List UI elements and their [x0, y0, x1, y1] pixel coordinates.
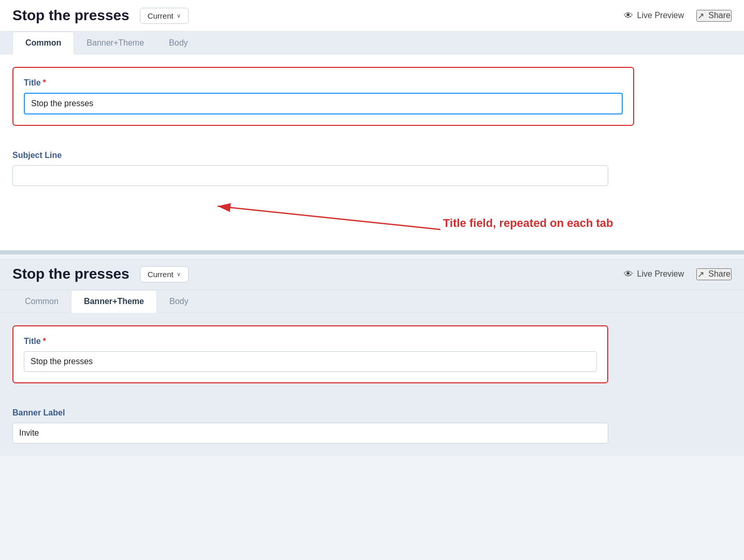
bottom-section: Stop the presses Current ∨ 👁 Live Previe… — [0, 259, 744, 456]
annotation-text-top: Title field, repeated on each tab — [443, 217, 613, 229]
live-preview-label-bottom: Live Preview — [637, 269, 684, 279]
share-button-top[interactable]: ↗ Share — [696, 10, 732, 22]
share-label-top: Share — [708, 11, 731, 20]
title-field-panel-bottom: Title * — [12, 325, 608, 383]
eye-icon-top: 👁 — [624, 10, 633, 21]
tab-banner-theme-top[interactable]: Banner+Theme — [74, 32, 156, 54]
subject-line-input[interactable] — [12, 165, 608, 186]
title-input-bottom[interactable] — [24, 351, 597, 372]
share-arrow-icon-top: ↗ — [697, 11, 704, 21]
subject-line-section: Subject Line — [0, 138, 744, 198]
live-preview-label-top: Live Preview — [637, 11, 684, 20]
tab-body-bottom[interactable]: Body — [157, 291, 201, 312]
title-label-bottom: Title * — [24, 337, 597, 346]
title-input-top[interactable] — [24, 93, 623, 114]
page-wrapper: Stop the presses Current ∨ 👁 Live Previe… — [0, 0, 744, 456]
svg-line-1 — [218, 206, 440, 229]
share-label-bottom: Share — [708, 269, 731, 279]
tab-banner-theme-bottom[interactable]: Banner+Theme — [71, 290, 157, 313]
tab-common-bottom[interactable]: Common — [12, 291, 71, 312]
chevron-down-icon-top: ∨ — [177, 12, 181, 19]
annotation-arrow-svg: Title field, repeated on each tab — [0, 198, 744, 250]
share-arrow-icon-bottom: ↗ — [697, 269, 704, 279]
form-area-bottom: Title * — [0, 313, 744, 396]
required-star-bottom: * — [43, 337, 46, 346]
tab-common-top[interactable]: Common — [12, 32, 74, 54]
banner-label-input[interactable] — [12, 423, 608, 443]
top-section: Stop the presses Current ∨ 👁 Live Previe… — [0, 0, 744, 250]
share-button-bottom[interactable]: ↗ Share — [696, 268, 732, 280]
banner-label-label: Banner Label — [12, 408, 732, 418]
title-label-top: Title * — [24, 78, 623, 88]
required-star-top: * — [43, 78, 46, 88]
subject-line-label: Subject Line — [12, 151, 732, 160]
chevron-down-icon-bottom: ∨ — [177, 271, 181, 278]
page-title-top: Stop the presses — [12, 7, 130, 24]
annotation-area: Title field, repeated on each tab — [0, 198, 744, 250]
version-dropdown-top[interactable]: Current ∨ — [140, 8, 189, 24]
header-bar-top: Stop the presses Current ∨ 👁 Live Previe… — [0, 0, 744, 32]
live-preview-button-bottom[interactable]: 👁 Live Preview — [624, 269, 684, 280]
header-actions-bottom: 👁 Live Preview ↗ Share — [624, 268, 732, 280]
eye-icon-bottom: 👁 — [624, 269, 633, 280]
header-bar-bottom: Stop the presses Current ∨ 👁 Live Previe… — [0, 259, 744, 290]
tabs-bar-top: Common Banner+Theme Body — [0, 32, 744, 54]
tabs-bar-bottom: Common Banner+Theme Body — [0, 290, 744, 313]
version-label-bottom: Current — [148, 270, 174, 279]
header-actions-top: 👁 Live Preview ↗ Share — [624, 10, 732, 22]
page-title-bottom: Stop the presses — [12, 266, 130, 282]
banner-label-section: Banner Label — [0, 396, 744, 456]
version-label-top: Current — [148, 11, 174, 20]
title-field-panel-top: Title * — [12, 67, 634, 126]
version-dropdown-bottom[interactable]: Current ∨ — [140, 266, 189, 282]
section-divider — [0, 250, 744, 254]
form-area-top: Title * — [0, 54, 744, 138]
live-preview-button-top[interactable]: 👁 Live Preview — [624, 10, 684, 21]
tab-body-top[interactable]: Body — [156, 32, 200, 54]
